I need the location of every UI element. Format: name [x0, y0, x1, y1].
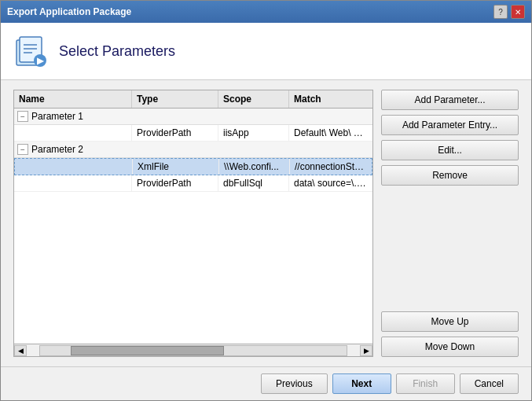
table-header: Name Type Scope Match — [14, 90, 372, 109]
table-row[interactable]: ProviderPath iisApp Default\ Web\ Site/M — [14, 125, 372, 142]
add-parameter-entry-button[interactable]: Add Parameter Entry... — [381, 115, 519, 135]
cell-scope: iisApp — [218, 125, 289, 141]
col-scope: Scope — [218, 90, 289, 108]
previous-button[interactable]: Previous — [261, 373, 328, 394]
cell-scope: dbFullSql — [218, 175, 289, 191]
cell-type: ProviderPath — [132, 175, 218, 191]
main-window: Export Application Package ? ✕ ▶ Select … — [0, 0, 532, 401]
scrollbar-thumb[interactable] — [71, 346, 224, 355]
group-row[interactable]: − Parameter 2 — [14, 142, 372, 158]
page-title: Select Parameters — [59, 43, 175, 60]
cell-type: ProviderPath — [132, 125, 218, 141]
move-up-button[interactable]: Move Up — [381, 311, 519, 332]
group-name: Parameter 2 — [31, 144, 83, 155]
header: ▶ Select Parameters — [1, 23, 531, 80]
cell-name — [15, 159, 133, 175]
horizontal-scrollbar[interactable]: ◀ ▶ — [14, 344, 372, 356]
window-title: Export Application Package — [7, 6, 131, 17]
remove-button[interactable]: Remove — [381, 165, 519, 186]
cell-match: //connectionStrings — [290, 159, 372, 175]
edit-button[interactable]: Edit... — [381, 140, 519, 160]
cell-match: Default\ Web\ Site/M — [289, 125, 372, 141]
title-bar-controls: ? ✕ — [493, 5, 525, 19]
cell-match: data\ source=\.\\SQ — [289, 175, 372, 191]
group-name: Parameter 1 — [31, 111, 83, 122]
close-button[interactable]: ✕ — [511, 5, 525, 19]
title-bar: Export Application Package ? ✕ — [1, 1, 531, 23]
cell-type: XmlFile — [133, 159, 219, 175]
table-body[interactable]: − Parameter 1 ProviderPath iisApp Defaul… — [14, 109, 372, 344]
main-content: Name Type Scope Match − Parameter 1 Prov… — [1, 80, 531, 366]
col-type: Type — [132, 90, 218, 108]
group-row[interactable]: − Parameter 1 — [14, 109, 372, 125]
add-parameter-button[interactable]: Add Parameter... — [381, 90, 519, 110]
parameters-table: Name Type Scope Match − Parameter 1 Prov… — [13, 90, 373, 357]
help-button[interactable]: ? — [493, 5, 508, 19]
scrollbar-track[interactable] — [39, 345, 347, 356]
col-name: Name — [14, 90, 132, 108]
table-row[interactable]: XmlFile \\Web.confi... //connectionStrin… — [14, 158, 372, 175]
cell-name — [14, 175, 132, 191]
expand-icon[interactable]: − — [17, 111, 28, 122]
cell-name — [14, 125, 132, 141]
action-buttons: Add Parameter... Add Parameter Entry... … — [381, 90, 519, 357]
cell-scope: \\Web.confi... — [219, 159, 290, 175]
footer: Previous Next Finish Cancel — [1, 366, 531, 400]
finish-button[interactable]: Finish — [396, 373, 455, 394]
next-button[interactable]: Next — [332, 373, 391, 394]
col-match: Match — [289, 90, 372, 108]
expand-icon[interactable]: − — [17, 144, 28, 155]
app-icon: ▶ — [13, 34, 48, 68]
move-down-button[interactable]: Move Down — [381, 337, 519, 357]
scroll-left-arrow[interactable]: ◀ — [14, 345, 27, 356]
scroll-right-arrow[interactable]: ▶ — [360, 345, 372, 356]
button-spacer — [381, 190, 519, 307]
cancel-button[interactable]: Cancel — [460, 373, 519, 394]
table-row[interactable]: ProviderPath dbFullSql data\ source=\.\\… — [14, 175, 372, 192]
